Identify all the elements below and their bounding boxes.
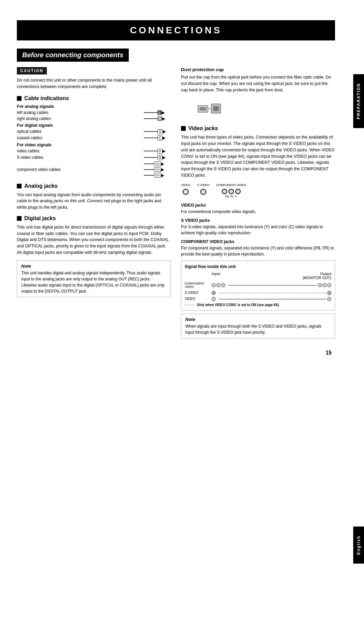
preparation-tab: PREPARATION: [353, 74, 364, 128]
svideo-arrow: [219, 293, 326, 293]
right-analog-label: right analog cables: [17, 116, 71, 121]
sc9: [212, 297, 216, 301]
output-label: Output (MONITOR OUT): [303, 272, 331, 280]
svg-rect-3: [213, 106, 219, 111]
component-row-label: COMPONENTVIDEO: [185, 282, 212, 289]
svideo-circles: [200, 189, 206, 195]
component-jack-group: COMPONENT VIDEO Pb Pr Y: [216, 183, 246, 198]
page-number: 15: [17, 350, 335, 356]
cable-line: [144, 175, 154, 176]
component-cable-connector: CV ▶ CV ▶ CV: [144, 161, 164, 178]
svideo-jacks-subtext: For S-video signals, separated into lumi…: [181, 224, 335, 236]
video-jacks-heading: Video jacks: [181, 125, 335, 131]
dust-cap-text: Pull out the cap from the optical jack b…: [181, 74, 335, 93]
note-digital-text: This unit handles digital and analog sig…: [21, 270, 166, 294]
digital-signals-label: For digital signals: [17, 123, 171, 128]
before-connecting-heading: Before connecting components: [17, 49, 129, 62]
video-row-label: VIDEO: [185, 297, 212, 301]
svideo-jacks-title: S VIDEO jacks: [181, 218, 335, 223]
video-circles-left: [212, 297, 216, 301]
cable-line: [144, 157, 157, 158]
cable-row-left-analog: left analog cables L ▶: [17, 110, 171, 115]
cable-table: For analog signals left analog cables L …: [17, 104, 171, 178]
video-cable-icon: V ▶: [144, 149, 171, 154]
english-tab: English: [353, 527, 364, 564]
optical-icon: O ▶: [144, 129, 171, 134]
pr-label: Pr: [231, 195, 234, 198]
signal-row-component: COMPONENTVIDEO: [185, 282, 331, 289]
right-column: Dust protection cap Pull out the cap fro…: [181, 67, 335, 343]
component-circles: [222, 189, 241, 194]
analog-jacks-text: You can input analog signals from audio …: [17, 192, 171, 211]
cable-line: [144, 112, 157, 113]
coaxial-icon: C ▶: [144, 136, 171, 141]
component-cable-icon: CV ▶ CV ▶ CV: [144, 161, 171, 178]
sc3: [221, 283, 225, 287]
dust-cap-heading: Dust protection cap: [181, 67, 335, 72]
svideo-jack-group: S VIDEO: [197, 183, 210, 195]
cable-indications-heading: Cable indications: [17, 95, 171, 101]
right-analog-icon: R ▶: [144, 116, 171, 121]
component-circle-pr: [229, 189, 234, 194]
pb-label: Pb: [225, 195, 229, 198]
dust-cap-image: [194, 98, 225, 121]
signal-flow-header: Input Output (MONITOR OUT): [185, 272, 331, 280]
cable-row-optical: optical cables O ▶: [17, 129, 171, 134]
black-square-icon: [17, 96, 22, 101]
svideo-row-label: S VIDEO: [185, 291, 212, 295]
cable-line: [144, 163, 154, 164]
caution-text: Do not connect this unit or other compon…: [17, 77, 171, 90]
component-circle-y: [235, 189, 241, 194]
video-arrow: [219, 299, 326, 299]
note-label: Note: [21, 264, 166, 269]
sc7: [212, 291, 216, 295]
video-signals-label: For video signals: [17, 143, 171, 147]
sc4: [318, 283, 322, 287]
svideo-circles-right: [327, 291, 331, 295]
optical-connector: O: [157, 129, 163, 134]
video-jack-group: VIDEO: [181, 183, 190, 195]
svideo-cables-label: S-video cables: [17, 155, 71, 160]
cv1-connector: CV: [154, 161, 161, 166]
video-jacks-diagram: VIDEO S VIDEO COMPONENT VIDE: [181, 183, 335, 198]
video-circles: [183, 189, 189, 195]
coaxial-connector: C: [157, 136, 162, 141]
video-connector: V: [157, 149, 162, 154]
left-analog-icon: L ▶: [144, 110, 171, 115]
analog-signals-label: For analog signals: [17, 104, 171, 109]
dust-cap-svg: [194, 99, 225, 121]
component-jacks-subsection: COMPONENT VIDEO jacks For component sign…: [181, 239, 335, 257]
cable-line: [144, 131, 157, 132]
signal-flow-box: Signal flow inside this unit Input Outpu…: [181, 261, 335, 311]
svideo-jacks-subsection: S VIDEO jacks For S-video signals, separ…: [181, 218, 335, 236]
black-square-icon: [17, 216, 22, 221]
component-jacks-subtext: For component signals, separated into lu…: [181, 245, 335, 257]
video-jacks-subsection: VIDEO jacks For conventional composite v…: [181, 203, 335, 215]
svideo-circle-1: [200, 189, 206, 195]
cable-line: [144, 151, 157, 151]
connections-header: CONNECTIONS: [17, 20, 335, 40]
caution-label: CAUTION: [17, 67, 47, 74]
svideo-cable-icon: S ▶: [144, 155, 171, 160]
two-column-layout: CAUTION Do not connect this unit or othe…: [17, 67, 335, 343]
optical-label: optical cables: [17, 129, 71, 134]
left-analog-label: left analog cables: [17, 110, 71, 115]
signal-conv-note: Only when VIDEO CONV. is set to ON (see …: [185, 303, 331, 307]
sc5: [323, 283, 327, 287]
svideo-circles-left: [212, 291, 216, 295]
signal-row-video: VIDEO: [185, 297, 331, 301]
video-cables-label: video cables: [17, 149, 71, 153]
coaxial-label: coaxial cables: [17, 136, 71, 140]
svg-rect-1: [200, 107, 206, 111]
component-circles-right: [318, 283, 331, 287]
video-circles-right: [327, 297, 331, 301]
video-circle-1: [183, 189, 189, 195]
video-jacks-text: This unit has three types of video jacks…: [181, 134, 335, 178]
cv3-connector: CV: [154, 173, 161, 178]
black-square-icon: [17, 184, 22, 188]
video-jacks-subtext: For conventional composite video signals…: [181, 209, 335, 215]
component-arrow: [229, 285, 316, 286]
cable-line: [144, 118, 157, 119]
cable-row-video: video cables V ▶: [17, 149, 171, 154]
video-jacks-title: VIDEO jacks: [181, 203, 335, 208]
